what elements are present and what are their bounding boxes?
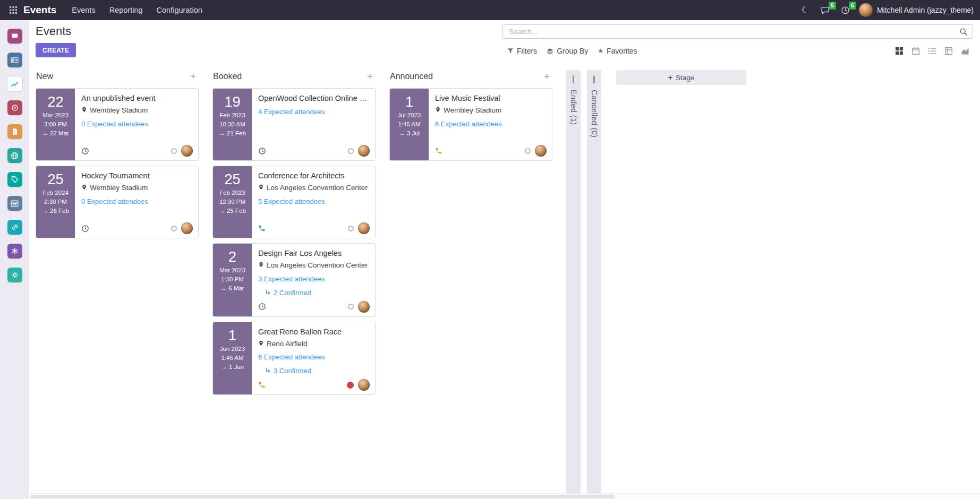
event-end-date: → 26 Feb	[42, 208, 69, 214]
event-day: 19	[224, 94, 240, 109]
event-month-year: Feb 2023	[219, 190, 245, 196]
avatar[interactable]	[535, 145, 547, 157]
event-card[interactable]: 22 Mar 2023 3:00 PM → 22 Mar An unpublis…	[36, 88, 199, 161]
kanban-view-icon	[895, 47, 904, 55]
search-input[interactable]	[508, 27, 959, 36]
menu-events[interactable]: Events	[65, 1, 102, 19]
event-location: Reno Airfield	[258, 339, 370, 349]
activity-clock-icon[interactable]	[81, 225, 89, 233]
activities-button[interactable]: 6	[839, 3, 853, 17]
event-location: Wembley Stadium	[81, 183, 193, 193]
expected-attendees-link[interactable]: 0 Expected attendees	[81, 120, 193, 128]
menu-configuration[interactable]: Configuration	[150, 1, 209, 19]
sidebar-app-studio[interactable]	[7, 244, 22, 259]
card-body: Design Fair Los Angeles Los Angeles Conv…	[252, 244, 375, 316]
menu-reporting[interactable]: Reporting	[103, 1, 150, 19]
sidebar-app-pos[interactable]	[7, 196, 22, 211]
moon-icon: ☾	[802, 6, 809, 14]
avatar[interactable]	[181, 145, 193, 157]
view-calendar-button[interactable]	[907, 44, 924, 58]
scrollbar-thumb[interactable]	[30, 495, 615, 498]
event-title: An unpublished event	[81, 93, 193, 103]
phone-icon[interactable]	[435, 147, 442, 154]
folded-column-label: Cancelled (0)	[590, 90, 599, 137]
expected-attendees-link[interactable]: 6 Expected attendees	[435, 120, 547, 128]
kanban-state-circle-icon[interactable]	[171, 226, 177, 231]
main-layout: Events CREATE Filters	[0, 20, 980, 499]
sidebar-app-chat[interactable]	[7, 29, 22, 44]
messages-button[interactable]: 5	[819, 3, 832, 17]
dark-mode-toggle[interactable]: ☾	[798, 3, 812, 17]
expected-attendees-link[interactable]: 4 Expected attendees	[258, 108, 370, 116]
folded-column-ended[interactable]: Ended (1)	[566, 70, 581, 493]
card-footer	[81, 141, 193, 157]
sidebar-app-sales[interactable]	[7, 172, 22, 187]
kanban-state-blocked-icon[interactable]	[347, 382, 354, 389]
line-chart-icon	[10, 80, 19, 89]
apps-menu-icon[interactable]	[6, 3, 20, 17]
quick-create-plus-icon[interactable]: +	[542, 71, 552, 81]
map-pin-icon	[81, 106, 87, 113]
event-card[interactable]: 25 Feb 2024 2:30 PM → 26 Feb Hockey Tour…	[36, 166, 199, 238]
sidebar-app-invoicing[interactable]	[7, 124, 22, 139]
avatar[interactable]	[358, 222, 370, 234]
view-list-button[interactable]	[924, 44, 940, 58]
filters-button[interactable]: Filters	[502, 45, 542, 57]
favorites-button[interactable]: ★ Favorites	[593, 45, 642, 57]
activity-clock-icon[interactable]	[258, 147, 266, 155]
confirmed-attendees-link[interactable]: 3 Confirmed	[265, 367, 370, 375]
view-pivot-button[interactable]	[940, 44, 957, 58]
expected-attendees-link[interactable]: 0 Expected attendees	[81, 197, 193, 205]
create-button[interactable]: CREATE	[36, 43, 76, 57]
horizontal-scrollbar[interactable]	[29, 493, 980, 499]
expected-attendees-link[interactable]: 3 Expected attendees	[258, 275, 370, 283]
event-card[interactable]: 2 Mar 2023 1:30 PM → 6 Mar Design Fair L…	[212, 243, 376, 317]
avatar[interactable]	[358, 301, 370, 313]
quick-create-plus-icon[interactable]: +	[188, 71, 198, 81]
sidebar-app-settings[interactable]	[7, 268, 22, 282]
sidebar-app-website[interactable]	[7, 148, 22, 163]
map-pin-icon	[258, 184, 264, 191]
card-body: OpenWood Collection Online … 4 Expected …	[252, 89, 375, 160]
list-view-icon	[928, 47, 936, 55]
sidebar-app-dashboard[interactable]	[7, 76, 22, 91]
event-card[interactable]: 25 Feb 2023 12:30 PM → 25 Feb Conference…	[212, 166, 376, 238]
app-brand-title[interactable]: Events	[23, 4, 56, 16]
quick-create-plus-icon[interactable]: +	[365, 71, 375, 81]
view-graph-button[interactable]	[957, 44, 973, 58]
kanban-state-circle-icon[interactable]	[348, 226, 354, 231]
avatar[interactable]	[358, 145, 370, 157]
user-menu[interactable]: Mitchell Admin (jazzy_theme)	[859, 3, 974, 17]
event-card[interactable]: 19 Feb 2023 10:30 AM → 21 Feb OpenWood C…	[212, 88, 376, 161]
folded-column-cancelled[interactable]: Cancelled (0)	[587, 70, 601, 493]
avatar[interactable]	[181, 222, 193, 234]
kanban-state-circle-icon[interactable]	[525, 148, 531, 154]
phone-icon[interactable]	[258, 225, 266, 232]
pivot-view-icon	[944, 47, 953, 55]
search-icon[interactable]	[959, 28, 968, 36]
activity-clock-icon[interactable]	[81, 147, 89, 155]
event-day: 2	[228, 249, 236, 264]
avatar[interactable]	[358, 379, 370, 391]
graph-view-icon	[961, 47, 969, 55]
card-footer	[258, 375, 370, 391]
activity-clock-icon[interactable]	[258, 303, 266, 311]
event-location: Los Angeles Convention Center	[258, 183, 370, 193]
expected-attendees-link[interactable]: 6 Expected attendees	[258, 353, 370, 361]
phone-icon[interactable]	[258, 381, 266, 389]
confirmed-attendees-link[interactable]: 2 Confirmed	[265, 289, 370, 297]
group-by-button[interactable]: Group By	[542, 45, 593, 57]
add-stage-button[interactable]: + Stage	[616, 70, 746, 85]
card-footer	[258, 297, 370, 313]
view-kanban-button[interactable]	[891, 44, 907, 58]
event-card[interactable]: 1 Jun 2023 1:45 AM → 1 Jun Great Reno Ba…	[212, 322, 376, 395]
event-card[interactable]: 1 Jul 2023 1:45 AM → 3 Jul Live Music Fe…	[389, 88, 552, 161]
expected-attendees-link[interactable]: 5 Expected attendees	[258, 197, 370, 205]
sidebar-app-link-tracker[interactable]	[7, 220, 22, 235]
kanban-state-circle-icon[interactable]	[171, 148, 177, 154]
event-date-badge: 1 Jun 2023 1:45 AM → 1 Jun	[213, 322, 252, 395]
kanban-state-circle-icon[interactable]	[348, 148, 354, 154]
sidebar-app-events[interactable]	[7, 100, 22, 115]
kanban-state-circle-icon[interactable]	[348, 304, 354, 309]
sidebar-app-contacts[interactable]	[7, 53, 22, 67]
